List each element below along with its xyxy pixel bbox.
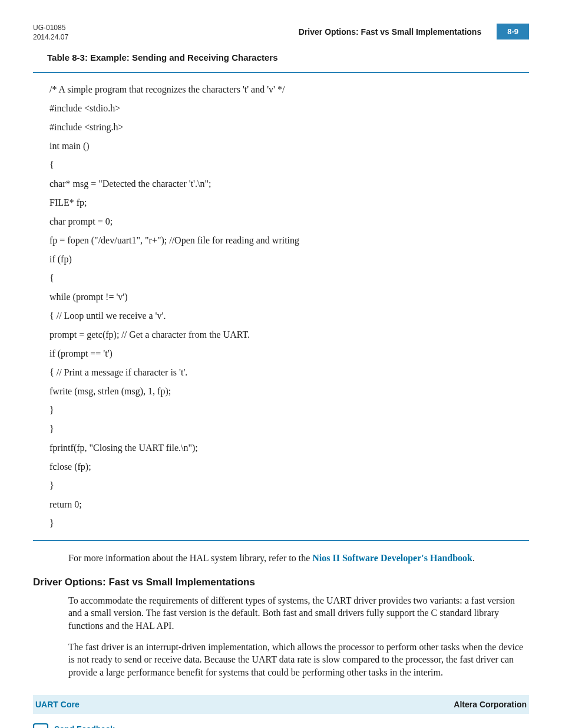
code-line: fwrite (msg, strlen (msg), 1, fp); <box>49 382 517 401</box>
code-line: { // Loop until we receive a 'v'. <box>49 307 517 325</box>
code-line: } <box>49 401 517 420</box>
code-line: } <box>49 420 517 439</box>
page-header: UG-01085 2014.24.07 Driver Options: Fast… <box>33 24 529 42</box>
section-paragraph-2: The fast driver is an interrupt-driven i… <box>68 641 529 679</box>
page-number-badge: 8-9 <box>497 24 529 39</box>
code-line: { <box>49 156 517 174</box>
code-line: prompt = getc(fp); // Get a character fr… <box>49 325 517 344</box>
header-section-title: Driver Options: Fast vs Small Implementa… <box>299 27 481 37</box>
code-line: while (prompt != 'v') <box>49 288 517 307</box>
code-line: fprintf(fp, "Closing the UART file.\n"); <box>49 439 517 457</box>
code-line: char* msg = "Detected the character 't'.… <box>49 174 517 193</box>
send-feedback-link[interactable]: Send Feedback <box>54 724 115 728</box>
section-paragraph-1: To accommodate the requirements of diffe… <box>68 594 529 633</box>
code-line: { <box>49 269 517 288</box>
code-line: /* A simple program that recognizes the … <box>49 80 517 99</box>
header-right: Driver Options: Fast vs Small Implementa… <box>299 24 529 39</box>
code-line: if (prompt == 't') <box>49 344 517 363</box>
info-prefix: For more information about the HAL syste… <box>68 553 312 563</box>
code-line: char prompt = 0; <box>49 212 517 231</box>
info-paragraph: For more information about the HAL syste… <box>68 552 529 565</box>
code-line: } <box>49 514 517 533</box>
doc-id: UG-01085 <box>33 24 68 33</box>
code-line: fp = fopen ("/dev/uart1", "r+"); //Open … <box>49 231 517 250</box>
code-line: #include <stdio.h> <box>49 99 517 118</box>
footer-bar: UART Core Altera Corporation <box>33 695 529 714</box>
code-line: if (fp) <box>49 250 517 269</box>
table-caption: Table 8-3: Example: Sending and Receivin… <box>47 52 529 62</box>
section-heading: Driver Options: Fast vs Small Implementa… <box>33 577 529 588</box>
code-line: int main () <box>49 137 517 156</box>
doc-date: 2014.24.07 <box>33 33 68 42</box>
doc-id-block: UG-01085 2014.24.07 <box>33 24 68 42</box>
code-line: return 0; <box>49 495 517 514</box>
footer-right-text: Altera Corporation <box>454 700 529 709</box>
info-suffix: . <box>472 553 475 563</box>
code-example-block: /* A simple program that recognizes the … <box>33 72 529 541</box>
code-line: } <box>49 476 517 495</box>
footer-left-link[interactable]: UART Core <box>33 700 80 709</box>
chat-bubble-icon[interactable] <box>33 722 48 728</box>
handbook-link[interactable]: Nios II Software Developer's Handbook <box>312 553 472 563</box>
feedback-row: Send Feedback <box>33 722 529 728</box>
code-line: { // Print a message if character is 't'… <box>49 363 517 382</box>
code-line: #include <string.h> <box>49 118 517 137</box>
code-line: fclose (fp); <box>49 457 517 476</box>
code-line: FILE* fp; <box>49 193 517 212</box>
